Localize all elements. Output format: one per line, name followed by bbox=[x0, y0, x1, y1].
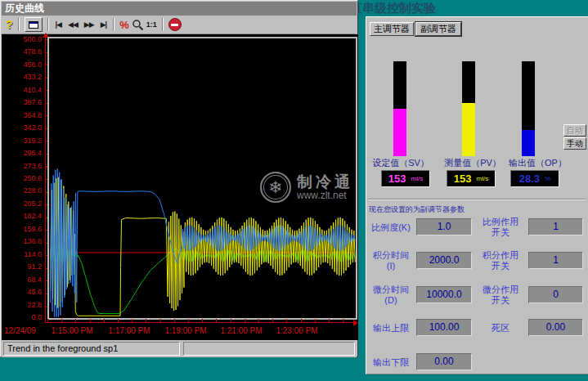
derivative-switch-field[interactable]: 0 bbox=[528, 286, 583, 303]
watermark: ❄ 制冷通 www.zlt.net bbox=[260, 172, 353, 203]
pv-unit: ml/s bbox=[477, 175, 489, 182]
parameter-note: 现在您设置的为副调节器参数 bbox=[369, 204, 465, 215]
y-axis-tick-label: 478.8 bbox=[23, 47, 42, 56]
op-unit: % bbox=[545, 175, 550, 182]
toolbar-separator bbox=[113, 18, 114, 31]
x-axis-date-label: 12/24/09 bbox=[4, 326, 36, 335]
watermark-logo-icon: ❄ bbox=[260, 172, 291, 203]
tab-main-regulator[interactable]: 主调节器 bbox=[370, 22, 414, 36]
derivative-value-field[interactable]: 10000.0 bbox=[416, 286, 472, 303]
watermark-url: www.zlt.net bbox=[297, 190, 353, 201]
sv-bar-fill bbox=[393, 109, 406, 156]
sv-unit: ml/s bbox=[411, 175, 424, 182]
cascade-control-panel: 直串级控制实验 主调节器 副调节器 自动 手动 设定值（SV）153ml/s测量… bbox=[358, 0, 588, 381]
nav-rewind-icon[interactable]: ◀◀ bbox=[66, 20, 79, 29]
x-axis-arrow bbox=[353, 320, 358, 326]
y-axis-labels: 500.0478.8456.0433.2410.4387.6364.8342.0… bbox=[3, 34, 42, 323]
output-limit-label: 输出上限 bbox=[366, 316, 415, 340]
watermark-name: 制冷通 bbox=[297, 174, 353, 190]
toolbar-separator bbox=[162, 18, 164, 31]
auto-mode-button[interactable]: 自动 bbox=[563, 124, 586, 137]
toolbar-separator bbox=[18, 18, 20, 31]
y-axis-tick-label: 364.8 bbox=[23, 111, 42, 119]
pv-value-box: 153ml/s bbox=[447, 170, 496, 187]
y-axis-tick-label: 433.2 bbox=[23, 73, 42, 81]
status-secondary bbox=[183, 342, 355, 356]
y-axis-tick-label: 68.4 bbox=[27, 276, 42, 284]
trend-toolbar: ? |◀◀◀▶▶▶| % 1:1 bbox=[2, 16, 357, 34]
status-bar: Trend in the foreground sp1 bbox=[2, 340, 357, 357]
op-bar bbox=[522, 61, 535, 156]
integral-switch-label: 积分作用开关 bbox=[476, 249, 525, 273]
zoom-icon[interactable] bbox=[132, 19, 144, 31]
setup-dialog-icon bbox=[29, 21, 38, 29]
trend-chart-area: 500.0478.8456.0433.2410.4387.6364.8342.0… bbox=[2, 34, 358, 340]
setup-button[interactable] bbox=[25, 17, 43, 32]
y-axis-tick-label: 387.6 bbox=[23, 98, 42, 106]
param-row-derivative: 微分时间(D)10000.0微分作用开关0 bbox=[366, 285, 588, 312]
output-lower-limit-label: 输出下限 bbox=[366, 350, 415, 374]
one-to-one-icon[interactable]: 1:1 bbox=[146, 20, 157, 29]
proportional-switch-field[interactable]: 1 bbox=[528, 218, 583, 235]
stop-icon[interactable] bbox=[168, 18, 182, 31]
param-row-output-lower-limit: 输出下限0.00 bbox=[366, 352, 588, 379]
y-axis-tick-label: 45.6 bbox=[27, 288, 42, 296]
param-row-output-limit: 输出上限100.00死区0.00 bbox=[366, 317, 588, 345]
panel-body: 主调节器 副调节器 自动 手动 设定值（SV）153ml/s测量值（PV）153… bbox=[366, 16, 588, 374]
window-title: 历史曲线 bbox=[5, 2, 44, 14]
nav-icon-group: |◀◀◀▶▶▶| bbox=[54, 20, 109, 29]
nav-last-icon[interactable]: ▶| bbox=[99, 20, 108, 29]
x-axis-tick-label: 1:21:00 PM bbox=[220, 326, 262, 335]
percent-scale-icon[interactable]: % bbox=[119, 19, 129, 31]
tab-secondary-regulator[interactable]: 副调节器 bbox=[415, 22, 461, 36]
snowflake-icon: ❄ bbox=[269, 179, 283, 195]
x-axis-tick-label: 1:17:00 PM bbox=[108, 326, 150, 335]
status-message: Trend in the foreground sp1 bbox=[3, 342, 180, 356]
integral-value-field[interactable]: 2000.0 bbox=[416, 252, 472, 269]
y-axis-tick-label: 22.8 bbox=[27, 301, 42, 309]
window-titlebar[interactable]: 历史曲线 bbox=[2, 2, 357, 16]
op-value-box: 28.3% bbox=[510, 170, 559, 187]
y-axis-tick-label: 342.0 bbox=[23, 123, 42, 132]
output-limit-value-field[interactable]: 100.00 bbox=[416, 319, 472, 336]
y-axis-tick-label: 205.2 bbox=[23, 199, 42, 208]
manual-mode-button[interactable]: 手动 bbox=[563, 137, 586, 150]
pv-bar bbox=[462, 61, 475, 156]
panel-title: 直串级控制实验 bbox=[350, 1, 436, 16]
y-axis-tick-label: 182.4 bbox=[23, 212, 42, 220]
proportional-value-field[interactable]: 1.0 bbox=[416, 218, 472, 235]
output-lower-limit-value-field[interactable]: 0.00 bbox=[416, 353, 472, 370]
y-axis-tick-label: 0.0 bbox=[31, 313, 42, 321]
y-axis-tick-label: 456.0 bbox=[23, 61, 42, 69]
nav-forward-icon[interactable]: ▶▶ bbox=[83, 20, 96, 29]
section-divider bbox=[368, 199, 586, 200]
nav-first-icon[interactable]: |◀ bbox=[54, 20, 63, 29]
x-axis-tick-label: 1:15:00 PM bbox=[51, 326, 92, 335]
toolbar-separator bbox=[47, 18, 49, 31]
proportional-switch-label: 比例作用开关 bbox=[476, 215, 525, 240]
x-axis-tick-label: 1:19:00 PM bbox=[164, 326, 206, 335]
pv-value: 153 bbox=[454, 173, 472, 185]
op-value: 28.3 bbox=[519, 173, 540, 185]
y-axis-tick-label: 500.0 bbox=[23, 35, 42, 43]
pv-bar-fill bbox=[462, 103, 475, 156]
help-icon[interactable]: ? bbox=[6, 18, 13, 31]
integral-switch-field[interactable]: 1 bbox=[528, 252, 583, 269]
output-limit-switch-label: 死区 bbox=[476, 316, 525, 340]
sv-value: 153 bbox=[388, 173, 406, 185]
y-axis-tick-label: 410.4 bbox=[23, 86, 42, 94]
y-axis-tick-label: 319.2 bbox=[23, 137, 42, 145]
history-trend-window: 历史曲线 ? |◀◀◀▶▶▶| % 1:1 500.0478.8456.0433… bbox=[0, 0, 358, 357]
param-row-integral: 积分时间(I)2000.0积分作用开关1 bbox=[366, 250, 588, 278]
y-axis-tick-label: 114.0 bbox=[24, 250, 42, 258]
pv-label: 测量值（PV） bbox=[443, 157, 502, 168]
output-limit-switch-field[interactable]: 0.00 bbox=[528, 319, 583, 336]
y-axis-tick-label: 228.0 bbox=[23, 186, 42, 195]
op-bar-fill bbox=[522, 130, 535, 156]
sv-bar bbox=[393, 61, 406, 156]
y-axis-tick-label: 250.8 bbox=[23, 174, 42, 182]
sv-label: 设定值（SV） bbox=[368, 157, 433, 168]
proportional-label: 比例度(K) bbox=[366, 215, 415, 240]
y-axis-tick-label: 159.6 bbox=[23, 225, 42, 233]
y-axis-tick-label: 91.2 bbox=[27, 262, 42, 271]
